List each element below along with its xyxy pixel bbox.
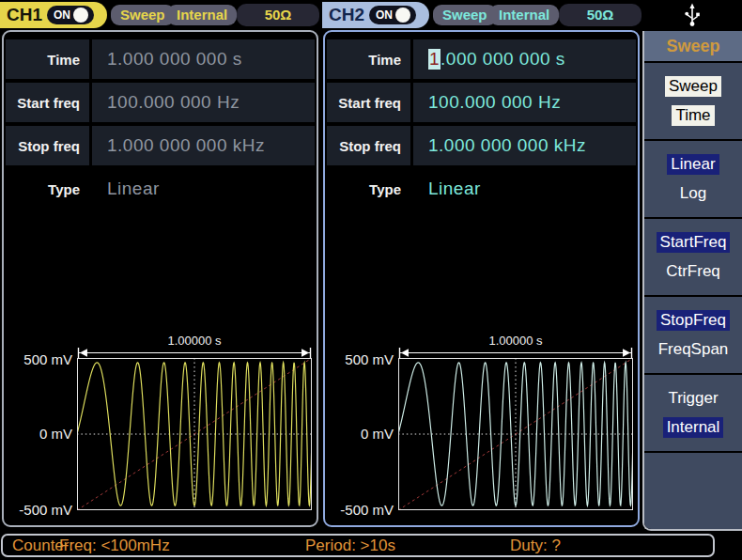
ch2-name: CH2 [322,5,364,25]
y-axis-labels: 500 mV 0 mV -500 mV [6,358,77,510]
ch2-mode-badge: Sweep [433,5,497,25]
menu-empty-section [644,453,742,529]
y-zero-label: 0 mV [39,426,72,442]
generator-screen: CH1 ON Sweep Internal 50Ω CH2 ON Sweep I… [0,0,742,560]
ch2-on-toggle[interactable]: ON [369,6,416,24]
ch2-row-type: Type Linear [327,169,636,209]
counter-freq: Freq: <100mHz [59,537,170,555]
ch1-header: CH1 ON Sweep Internal 50Ω [0,2,320,28]
menu-item-linear[interactable]: Linear [667,154,719,175]
param-label: Stop freq [6,126,92,165]
wave-body: 500 mV 0 mV -500 mV [6,358,312,510]
counter-duty: Duty: ? [510,537,561,555]
menu-stopfreq-freqspan[interactable]: StopFreq FreqSpan [644,297,742,373]
menu-item-time[interactable]: Time [672,105,714,126]
menu-item-ctrfreq[interactable]: CtrFreq [662,261,724,282]
menu-item-startfreq[interactable]: StartFreq [657,232,731,253]
param-label: Start freq [327,83,413,122]
sweep-span-label: 1.00000 s [398,334,633,348]
y-zero-label: 0 mV [361,426,394,442]
menu-linear-log[interactable]: Linear Log [644,141,742,217]
usb-icon [682,3,703,27]
ch2-label-segment: CH2 ON [322,2,429,28]
y-max-label: 500 mV [23,351,72,367]
ch2-time-value[interactable]: 1.000 000 000 s [413,39,636,79]
ch1-source-badge: Internal [167,5,237,25]
ch2-waveform-plot [398,358,633,510]
menu-title: Sweep [644,31,742,61]
top-bar: CH1 ON Sweep Internal 50Ω CH2 ON Sweep I… [0,0,742,30]
ch1-mode-badge: Sweep [111,5,175,25]
ch2-row-time: Time 1.000 000 000 s [327,39,636,79]
ch1-type-value[interactable]: Linear [92,169,315,209]
ch1-wave-preview: 1.00000 s 500 mV 0 mV -500 mV [6,334,312,510]
ch2-row-stopfreq: Stop freq 1.000 000 000 kHz [327,126,636,165]
y-min-label: -500 mV [19,502,72,518]
ch1-name: CH1 [0,5,42,25]
usb-status-area [642,0,742,30]
span-arrow-icon [398,348,633,358]
param-value-text: 1.000 000 000 s [107,49,242,70]
ch1-startfreq-value[interactable]: 100.000 000 Hz [92,83,315,122]
param-value-text: Linear [107,179,160,199]
param-value-text: 100.000 000 Hz [107,92,240,113]
param-label: Start freq [6,83,92,122]
ch2-param-table: Time 1.000 000 000 s Start freq 100.000 … [327,39,636,212]
param-label: Time [327,39,413,79]
param-value-text: 100.000 000 Hz [428,92,561,113]
ch2-panel: Time 1.000 000 000 s Start freq 100.000 … [323,30,640,527]
menu-item-freqspan[interactable]: FreqSpan [655,339,733,360]
ch1-panel: Time 1.000 000 000 s Start freq 100.000 … [2,30,318,527]
toggle-on-label: ON [369,8,393,22]
y-min-label: -500 mV [340,502,394,518]
menu-item-trigger[interactable]: Trigger [664,388,721,409]
ch1-param-table: Time 1.000 000 000 s Start freq 100.000 … [6,39,315,212]
menu-item-sweep[interactable]: Sweep [665,76,721,97]
y-max-label: 500 mV [345,351,394,367]
ch2-impedance-badge: 50Ω [559,4,642,26]
span-arrow-icon [77,348,312,358]
ch2-source-badge: Internal [489,5,559,25]
param-label: Time [6,39,92,79]
toggle-knob-icon [73,8,88,23]
menu-item-log[interactable]: Log [676,183,710,204]
ch1-row-time: Time 1.000 000 000 s [6,39,315,79]
ch1-row-startfreq: Start freq 100.000 000 Hz [6,83,315,122]
menu-startfreq-ctrfreq[interactable]: StartFreq CtrFreq [644,219,742,295]
toggle-knob-icon [395,8,410,23]
y-axis-labels: 500 mV 0 mV -500 mV [327,358,398,510]
param-value-text: 1.000 000 000 kHz [428,135,586,156]
ch2-row-startfreq: Start freq 100.000 000 Hz [327,83,636,122]
ch1-time-value[interactable]: 1.000 000 000 s [92,39,315,79]
menu-trigger-internal[interactable]: Trigger Internal [644,375,742,451]
menu-item-internal[interactable]: Internal [663,417,724,438]
ch1-label-segment: CH1 ON [0,2,107,28]
ch1-on-toggle[interactable]: ON [47,6,94,24]
ch1-waveform-plot [77,358,312,510]
param-value-text: 1.000 000 000 kHz [107,135,265,156]
counter-status-bar: Counter: Freq: <100mHz Period: >10s Duty… [1,534,715,557]
ch1-impedance-badge: 50Ω [237,4,319,26]
ch2-header: CH2 ON Sweep Internal 50Ω [322,2,642,28]
param-label: Stop freq [327,126,413,165]
wave-body: 500 mV 0 mV -500 mV [327,358,633,510]
param-label: Type [327,169,413,209]
param-value-text: Linear [428,179,481,199]
ch2-stopfreq-value[interactable]: 1.000 000 000 kHz [413,126,636,165]
ch2-type-value[interactable]: Linear [413,169,636,209]
param-label: Type [6,169,92,209]
menu-sweep-time[interactable]: Sweep Time [644,63,742,139]
ch1-row-stopfreq: Stop freq 1.000 000 000 kHz [6,126,315,165]
ch1-row-type: Type Linear [6,169,315,209]
ch1-stopfreq-value[interactable]: 1.000 000 000 kHz [92,126,315,165]
counter-period: Period: >10s [305,537,395,555]
ch2-startfreq-value[interactable]: 100.000 000 Hz [413,83,636,122]
edit-cursor: 1 [428,49,441,70]
toggle-on-label: ON [47,8,70,22]
ch2-wave-preview: 1.00000 s 500 mV 0 mV -500 mV [327,334,633,510]
menu-item-stopfreq[interactable]: StopFreq [657,310,730,331]
softkey-menu: Sweep Sweep Time Linear Log StartFreq Ct… [642,31,742,531]
param-value-text: .000 000 000 s [441,49,565,70]
sweep-span-label: 1.00000 s [77,334,312,348]
